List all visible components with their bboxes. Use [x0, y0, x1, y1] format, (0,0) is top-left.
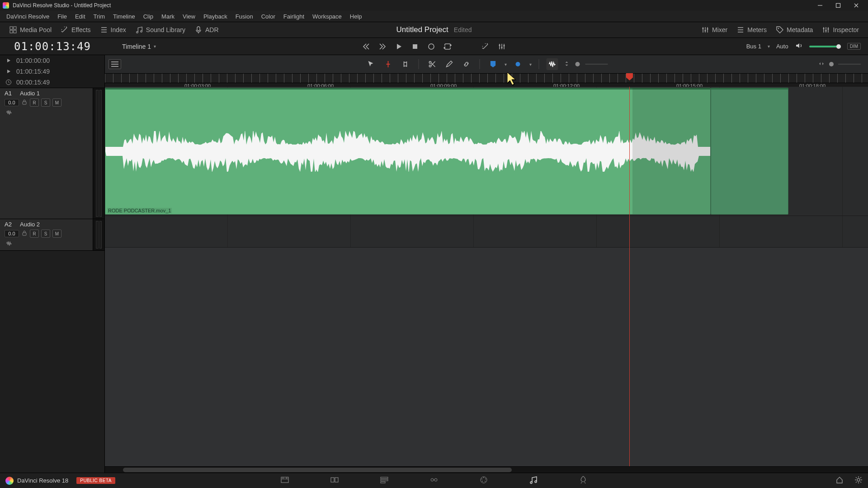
menu-fusion[interactable]: Fusion: [232, 12, 257, 21]
track-r-button[interactable]: R: [30, 99, 39, 107]
range-tool[interactable]: [400, 58, 411, 70]
horizontal-scrollbar[interactable]: [105, 466, 868, 473]
marker-tool[interactable]: [382, 58, 394, 70]
menu-workspace[interactable]: Workspace: [309, 12, 345, 21]
track-m-button[interactable]: M: [52, 230, 61, 238]
next-button[interactable]: [378, 42, 387, 51]
speaker-icon[interactable]: [795, 42, 803, 51]
chevron-down-icon[interactable]: ▾: [505, 62, 507, 67]
zoom-handle[interactable]: [829, 62, 834, 66]
volume-slider[interactable]: [809, 46, 841, 47]
audio-clip[interactable]: RODE PODCASTER.mov_1: [105, 88, 711, 215]
scrollbar-thumb[interactable]: [123, 468, 512, 472]
track-volume[interactable]: 0.0: [5, 230, 19, 237]
menu-view[interactable]: View: [179, 12, 199, 21]
timeline-lanes[interactable]: RODE PODCASTER.mov_1: [105, 87, 868, 466]
page-fairlight[interactable]: [529, 475, 538, 486]
timeline-selector[interactable]: Timeline 1 ▾: [105, 43, 156, 50]
close-button[interactable]: [847, 0, 865, 11]
up-down-icon[interactable]: [564, 61, 570, 68]
play-icon: [5, 68, 12, 75]
track-name[interactable]: Audio 1: [20, 90, 88, 97]
link-tool[interactable]: [461, 58, 472, 70]
menu-trim[interactable]: Trim: [90, 12, 109, 21]
timeline-ruler[interactable]: 01:00:03:0001:00:06:0001:00:09:0001:00:1…: [105, 73, 868, 87]
menu-file[interactable]: File: [54, 12, 71, 21]
track-header-a1[interactable]: A1Audio 11.00.0RSM: [0, 88, 104, 219]
index-button[interactable]: Index: [95, 26, 131, 34]
track-name[interactable]: Audio 2: [20, 221, 88, 228]
track-waveform-toggle[interactable]: [0, 108, 104, 120]
menu-color[interactable]: Color: [258, 12, 279, 21]
menu-clip[interactable]: Clip: [140, 12, 157, 21]
track-m-button[interactable]: M: [52, 99, 61, 107]
page-cut[interactable]: [330, 475, 339, 486]
master-timecode[interactable]: 01:00:13:49: [0, 40, 105, 53]
marker-color-tool[interactable]: [512, 58, 524, 70]
menu-edit[interactable]: Edit: [71, 12, 89, 21]
prev-button[interactable]: [362, 42, 370, 51]
sound-library-button[interactable]: Sound Library: [131, 26, 190, 34]
tc-dur[interactable]: 00:00:15:49: [0, 77, 104, 88]
menu-fairlight[interactable]: Fairlight: [280, 12, 308, 21]
menu-mark[interactable]: Mark: [158, 12, 178, 21]
timeline-view-options[interactable]: [108, 59, 121, 69]
minimize-button[interactable]: [811, 0, 829, 11]
flag-tool[interactable]: [487, 58, 499, 70]
metadata-button[interactable]: Metadata: [771, 26, 817, 34]
dim-button[interactable]: DIM: [847, 43, 861, 50]
track-volume[interactable]: 0.0: [5, 99, 19, 106]
tc-out[interactable]: 01:00:15:49: [0, 66, 104, 77]
chevron-down-icon[interactable]: ▾: [529, 62, 532, 67]
track-s-button[interactable]: S: [41, 99, 50, 107]
clip-tail-shade: [632, 88, 710, 214]
record-button[interactable]: [427, 42, 435, 51]
stop-button[interactable]: [411, 42, 419, 51]
track-lane-a1[interactable]: RODE PODCASTER.mov_1: [105, 87, 868, 216]
menu-davinci-resolve[interactable]: DaVinci Resolve: [3, 12, 53, 21]
mixer-button[interactable]: Mixer: [697, 26, 732, 34]
play-button[interactable]: [395, 42, 403, 51]
page-media[interactable]: [280, 475, 289, 486]
track-r-button[interactable]: R: [30, 230, 39, 238]
menu-playback[interactable]: Playback: [200, 12, 231, 21]
zoom-track[interactable]: [838, 64, 861, 65]
lock-icon[interactable]: [21, 230, 28, 238]
pencil-tool[interactable]: [443, 58, 455, 70]
bus-selector[interactable]: Bus 1: [746, 43, 761, 50]
page-deliver[interactable]: [579, 475, 588, 486]
automation-tool-icon[interactable]: [481, 42, 490, 51]
timeline-options-icon[interactable]: [498, 42, 506, 51]
inspector-button[interactable]: Inspector: [817, 26, 863, 34]
media-pool-button[interactable]: Media Pool: [5, 26, 56, 34]
track-lane-a2[interactable]: [105, 216, 868, 248]
meters-button[interactable]: Meters: [732, 26, 771, 34]
tc-in[interactable]: 01:00:00:00: [0, 55, 104, 66]
automation-mode[interactable]: Auto: [776, 43, 788, 50]
track-header-a2[interactable]: A2Audio 22.00.0RSM: [0, 219, 104, 251]
transient-tool[interactable]: [547, 58, 558, 70]
page-color[interactable]: [479, 475, 488, 486]
menu-timeline[interactable]: Timeline: [109, 12, 139, 21]
effects-button[interactable]: Effects: [56, 26, 95, 34]
track-meter: [93, 88, 104, 219]
razor-tool[interactable]: [426, 58, 438, 70]
page-fusion[interactable]: [429, 475, 439, 486]
page-edit[interactable]: [380, 475, 389, 486]
home-button[interactable]: [835, 476, 844, 485]
loop-button[interactable]: [443, 42, 452, 51]
lock-icon[interactable]: [21, 99, 28, 107]
adr-button[interactable]: ADR: [190, 26, 223, 34]
project-settings-button[interactable]: [854, 476, 863, 485]
maximize-button[interactable]: [829, 0, 847, 11]
horiz-zoom-icon[interactable]: [818, 61, 825, 68]
track-waveform-toggle[interactable]: [0, 239, 104, 251]
metadata-icon: [776, 26, 784, 34]
selection-tool[interactable]: [365, 58, 377, 70]
zoom-handle[interactable]: [576, 62, 580, 66]
track-s-button[interactable]: S: [41, 230, 50, 238]
zoom-track[interactable]: [585, 64, 608, 65]
playhead[interactable]: [629, 87, 630, 466]
audio-clip-extension[interactable]: [711, 88, 788, 215]
menu-help[interactable]: Help: [346, 12, 366, 21]
